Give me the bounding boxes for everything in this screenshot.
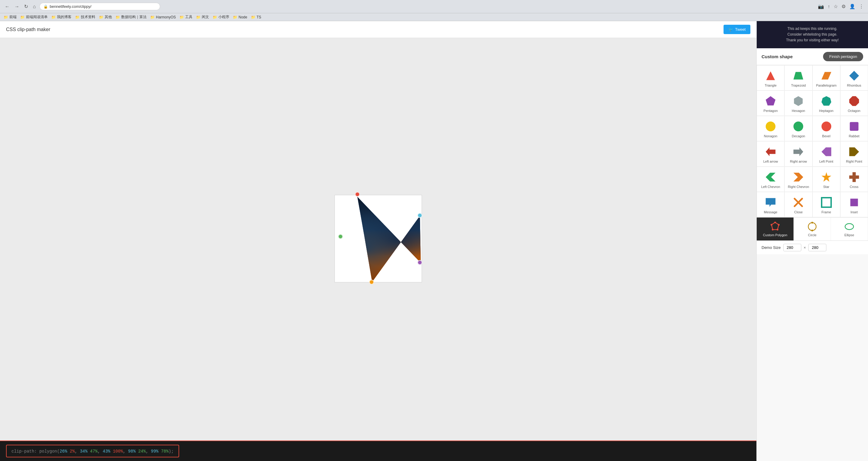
twitter-icon: 🐦 xyxy=(728,27,733,32)
shape-item-rabbet[interactable]: Rabbet xyxy=(840,116,868,141)
shape-item-bevel[interactable]: Bevel xyxy=(812,116,840,141)
folder-icon: 📁 xyxy=(233,15,237,19)
shape-item-left-arrow[interactable]: Left arrow xyxy=(757,141,784,166)
bookmark-label: 我的博客 xyxy=(57,14,71,20)
p5-x: 99% xyxy=(151,449,158,454)
screen-capture-btn[interactable]: 📷 xyxy=(817,3,825,10)
demo-size-height-input[interactable] xyxy=(808,244,826,251)
bookmark-algo[interactable]: 📁 数据结构｜算法 xyxy=(116,14,147,20)
bookmark-label: 前端阅读清单 xyxy=(26,14,48,20)
svg-marker-16 xyxy=(766,173,775,181)
shape-item-left-point[interactable]: Left Point xyxy=(812,141,840,166)
shape-label-star: Star xyxy=(824,185,829,189)
svg-marker-13 xyxy=(794,147,803,156)
shape-label-decagon: Decagon xyxy=(792,134,805,138)
shape-item-trapezoid[interactable]: Trapezoid xyxy=(784,65,812,91)
shape-item-right-arrow[interactable]: Right arrow xyxy=(784,141,812,166)
svg-point-8 xyxy=(766,121,775,131)
bookmark-node[interactable]: 📁 Node xyxy=(233,15,247,19)
ellipse-tab-icon xyxy=(844,221,855,232)
tab-custom-polygon[interactable]: Custom Polygon xyxy=(757,218,794,241)
message-icon xyxy=(765,196,777,209)
menu-btn[interactable]: ⋮ xyxy=(858,3,864,10)
tab-label-custom-polygon: Custom Polygon xyxy=(763,233,787,237)
shape-item-message[interactable]: Message xyxy=(757,192,784,217)
code-outline[interactable]: clip-path: polygon(26% 2%, 34% 47%, 43% … xyxy=(6,445,179,457)
control-point-5[interactable] xyxy=(369,280,374,284)
bookmark-leisure[interactable]: 📁 闲文 xyxy=(196,14,209,20)
content-area: CSS clip-path maker 🐦 Tweet xyxy=(0,21,756,461)
control-point-2[interactable] xyxy=(338,234,343,239)
bookmark-tools[interactable]: 📁 工具 xyxy=(180,14,192,20)
svg-point-33 xyxy=(845,223,854,229)
shape-item-cross[interactable]: Cross xyxy=(840,166,868,192)
svg-marker-15 xyxy=(849,147,859,156)
sidebar-header: Custom shape Finish pentagon xyxy=(757,48,868,65)
share-btn[interactable]: ↑ xyxy=(827,3,831,10)
cross-icon xyxy=(848,171,860,183)
shape-item-triangle[interactable]: Triangle xyxy=(757,65,784,91)
folder-icon: 📁 xyxy=(75,15,80,19)
demo-size-width-input[interactable] xyxy=(783,244,801,251)
bookmark-blog[interactable]: 📁 我的博客 xyxy=(51,14,71,20)
url-text: bennettfeely.com/clippy/ xyxy=(50,4,92,9)
finish-pentagon-button[interactable]: Finish pentagon xyxy=(823,52,863,61)
folder-icon: 📁 xyxy=(150,15,155,19)
shape-item-pentagon[interactable]: Pentagon xyxy=(757,91,784,116)
extensions-btn[interactable]: ⚙ xyxy=(841,3,846,10)
shape-label-parallelogram: Parallelogram xyxy=(816,84,837,87)
shape-item-frame[interactable]: Frame xyxy=(812,192,840,217)
svg-marker-18 xyxy=(821,172,831,182)
bookmark-other[interactable]: 📁 其他 xyxy=(99,14,112,20)
shape-item-hexagon[interactable]: Hexagon xyxy=(784,91,812,116)
nonagon-icon xyxy=(765,120,777,132)
address-bar[interactable]: 🔒 bennettfeely.com/clippy/ xyxy=(39,3,160,10)
shape-label-octagon: Octagon xyxy=(848,109,861,113)
shape-item-octagon[interactable]: Octagon xyxy=(840,91,868,116)
tab-circle[interactable]: Circle xyxy=(794,218,831,241)
decagon-icon xyxy=(792,120,804,132)
shape-item-left-chevron[interactable]: Left Chevron xyxy=(757,166,784,192)
shape-item-star[interactable]: Star xyxy=(812,166,840,192)
profile-btn[interactable]: 👤 xyxy=(849,3,856,10)
forward-button[interactable]: → xyxy=(13,3,21,10)
bookmark-reading[interactable]: 📁 前端阅读清单 xyxy=(20,14,48,20)
shape-item-right-point[interactable]: Right Point xyxy=(840,141,868,166)
bookmark-ts[interactable]: 📁 TS xyxy=(251,15,261,19)
bookmark-btn[interactable]: ☆ xyxy=(833,3,838,10)
control-point-4[interactable] xyxy=(417,260,422,265)
control-point-3[interactable] xyxy=(417,213,422,218)
bookmark-label: TS xyxy=(257,15,261,19)
bookmark-harmony[interactable]: 📁 HarmonyOS xyxy=(150,15,176,19)
shape-item-inset[interactable]: Inset xyxy=(840,192,868,217)
shape-item-right-chevron[interactable]: Right Chevron xyxy=(784,166,812,192)
left-arrow-icon xyxy=(765,146,777,158)
control-point-1[interactable] xyxy=(355,192,360,197)
home-button[interactable]: ⌂ xyxy=(32,3,37,10)
back-button[interactable]: ← xyxy=(4,3,11,10)
shape-item-nonagon[interactable]: Nonagon xyxy=(757,116,784,141)
bookmark-tech[interactable]: 📁 技术资料 xyxy=(75,14,95,20)
bookmark-label: 闲文 xyxy=(202,14,209,20)
app-header: CSS clip-path maker 🐦 Tweet xyxy=(0,21,756,38)
shape-item-rhombus[interactable]: Rhombus xyxy=(840,65,868,91)
shape-item-decagon[interactable]: Decagon xyxy=(784,116,812,141)
clip-canvas[interactable] xyxy=(335,195,422,282)
bookmark-qianduan[interactable]: 📁 前端 xyxy=(4,14,17,20)
shape-item-parallelogram[interactable]: Parallelogram xyxy=(812,65,840,91)
svg-marker-1 xyxy=(794,72,803,79)
shape-label-right-point: Right Point xyxy=(846,160,862,163)
canvas-area[interactable] xyxy=(0,38,756,440)
bookmark-label: 工具 xyxy=(185,14,192,20)
shape-item-heptagon[interactable]: Heptagon xyxy=(812,91,840,116)
bookmark-miniapp[interactable]: 📁 小程序 xyxy=(213,14,229,20)
svg-rect-23 xyxy=(850,198,858,206)
shape-item-close[interactable]: Close xyxy=(784,192,812,217)
reload-button[interactable]: ↻ xyxy=(23,2,29,10)
p1-x: 26% xyxy=(60,449,67,454)
tab-ellipse[interactable]: Ellipse xyxy=(831,218,868,241)
tab-label-ellipse: Ellipse xyxy=(844,233,854,237)
code-prefix: clip-path: polygon( xyxy=(11,449,60,454)
tweet-button[interactable]: 🐦 Tweet xyxy=(723,25,750,34)
svg-rect-22 xyxy=(821,197,831,207)
